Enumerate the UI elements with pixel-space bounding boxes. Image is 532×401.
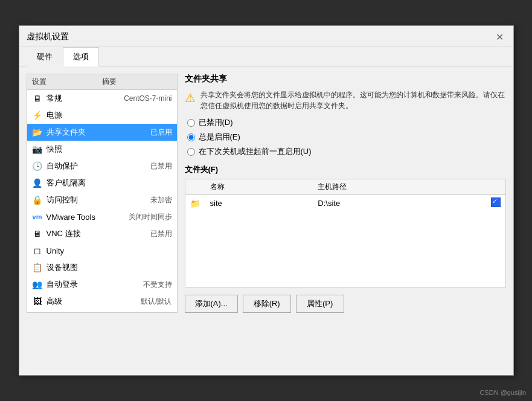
settings-item-power[interactable]: ⚡ 电源 [27, 107, 177, 124]
tab-options[interactable]: 选项 [63, 47, 99, 66]
general-summary: CentOS-7-mini [124, 94, 171, 103]
radio-always-enabled[interactable]: 总是启用(E) [187, 132, 506, 143]
settings-item-autoprotect[interactable]: 🕒 自动保护 已禁用 [27, 158, 177, 175]
general-label: 常规 [46, 93, 121, 104]
vmware-tools-summary: 关闭时间同步 [129, 212, 172, 222]
autoprotect-label: 自动保护 [46, 161, 147, 172]
table-row[interactable]: 📁 site D:\site [185, 195, 505, 212]
radio-disabled-label: 已禁用(D) [199, 117, 233, 128]
settings-list-panel: 设置 摘要 🖥 常规 CentOS-7-mini ⚡ 电源 📂 [27, 74, 178, 313]
folder-small-icon: 📁 [190, 199, 200, 208]
properties-button[interactable]: 属性(P) [296, 295, 344, 313]
advanced-icon: 🖼 [32, 296, 43, 307]
advanced-summary: 默认/默认 [141, 297, 171, 307]
folder-table-wrapper[interactable]: 名称 主机路径 📁 site D:\site [185, 179, 506, 287]
access-control-icon: 🔒 [32, 194, 43, 205]
radio-always-enabled-input[interactable] [187, 133, 195, 141]
access-control-label: 访问控制 [46, 194, 147, 205]
settings-item-access-control[interactable]: 🔒 访问控制 未加密 [27, 191, 177, 208]
settings-item-device-view[interactable]: 📋 设备视图 [27, 259, 177, 276]
vnc-summary: 已禁用 [150, 229, 172, 239]
action-buttons: 添加(A)... 移除(R) 属性(P) [185, 295, 506, 313]
folder-row-name: site [205, 195, 313, 212]
settings-list-header: 设置 摘要 [27, 74, 177, 90]
shared-folder-summary: 已启用 [150, 127, 172, 138]
tabs-bar: 硬件 选项 [19, 47, 513, 66]
isolation-icon: 👤 [32, 178, 43, 188]
autologin-label: 自动登录 [46, 279, 139, 290]
autoprotect-summary: 已禁用 [150, 161, 172, 172]
radio-disabled[interactable]: 已禁用(D) [187, 117, 506, 128]
radio-group: 已禁用(D) 总是启用(E) 在下次关机或挂起前一直启用(U) [187, 117, 506, 157]
power-icon: ⚡ [32, 110, 43, 121]
autoprotect-icon: 🕒 [32, 161, 43, 172]
vmware-tools-label: VMware Tools [46, 213, 125, 222]
shared-folder-icon: 📂 [32, 127, 43, 138]
unity-label: Unity [46, 246, 168, 255]
isolation-label: 客户机隔离 [46, 178, 168, 188]
warning-box: ⚠ 共享文件夹会将您的文件显示给虚拟机中的程序。这可能为您的计算机和数据带来风险… [185, 89, 506, 111]
col-settings: 设置 [32, 77, 102, 87]
warning-icon: ⚠ [185, 91, 196, 105]
folder-section-title: 文件夹(F) [185, 164, 506, 175]
device-view-icon: 📋 [32, 262, 43, 273]
settings-item-unity[interactable]: ◻ Unity [27, 242, 177, 259]
remove-button[interactable]: 移除(R) [243, 295, 291, 313]
col-path-header: 主机路径 [313, 179, 486, 195]
access-control-summary: 未加密 [150, 195, 172, 205]
col-name-header: 名称 [205, 179, 313, 195]
settings-item-isolation[interactable]: 👤 客户机隔离 [27, 175, 177, 191]
snapshot-label: 快照 [46, 144, 168, 155]
vnc-icon: 🖥 [32, 228, 43, 239]
general-icon: 🖥 [32, 93, 43, 104]
add-button[interactable]: 添加(A)... [185, 295, 238, 313]
warning-text: 共享文件夹会将您的文件显示给虚拟机中的程序。这可能为您的计算机和数据带来风险。请… [200, 89, 506, 111]
col-icon-header [185, 179, 205, 195]
folder-section: 文件夹(F) 名称 主机路径 [185, 164, 506, 287]
radio-until-shutdown-input[interactable] [187, 148, 195, 156]
folder-row-path: D:\site [313, 195, 486, 212]
watermark: CSDN @gusijin [479, 389, 526, 396]
folder-row-check[interactable] [486, 195, 505, 212]
shared-folder-section: 文件夹共享 ⚠ 共享文件夹会将您的文件显示给虚拟机中的程序。这可能为您的计算机和… [185, 74, 506, 157]
vm-settings-dialog: 虚拟机设置 ✕ 硬件 选项 设置 摘要 🖥 常规 CentOS-7-mini [19, 25, 514, 376]
settings-item-shared-folders[interactable]: 📂 共享文件夹 已启用 [27, 124, 177, 141]
settings-item-vnc[interactable]: 🖥 VNC 连接 已禁用 [27, 225, 177, 242]
radio-disabled-input[interactable] [187, 119, 195, 127]
settings-items: 🖥 常规 CentOS-7-mini ⚡ 电源 📂 共享文件夹 已启用 [27, 90, 177, 310]
unity-icon: ◻ [32, 245, 43, 256]
device-view-label: 设备视图 [46, 262, 168, 273]
autologin-icon: 👥 [32, 279, 43, 290]
settings-item-advanced[interactable]: 🖼 高级 默认/默认 [27, 293, 177, 310]
settings-item-vmware-tools[interactable]: vm VMware Tools 关闭时间同步 [27, 208, 177, 225]
advanced-label: 高级 [46, 296, 138, 307]
close-button[interactable]: ✕ [494, 31, 506, 43]
dialog-title: 虚拟机设置 [27, 31, 69, 42]
settings-item-autologin[interactable]: 👥 自动登录 不受支持 [27, 276, 177, 293]
title-bar: 虚拟机设置 ✕ [19, 26, 513, 47]
autologin-summary: 不受支持 [143, 280, 172, 290]
col-check-header [486, 179, 505, 195]
folder-check-icon[interactable] [491, 197, 501, 207]
folder-row-icon: 📁 [185, 195, 205, 212]
folder-table: 名称 主机路径 📁 site D:\site [185, 179, 505, 211]
tab-hardware[interactable]: 硬件 [27, 47, 63, 66]
shared-folder-label: 共享文件夹 [46, 127, 147, 138]
vmware-tools-icon: vm [32, 211, 43, 222]
radio-until-shutdown[interactable]: 在下次关机或挂起前一直启用(U) [187, 146, 506, 157]
radio-always-enabled-label: 总是启用(E) [199, 132, 240, 143]
radio-until-shutdown-label: 在下次关机或挂起前一直启用(U) [199, 146, 312, 157]
col-summary: 摘要 [102, 77, 172, 87]
vnc-label: VNC 连接 [46, 228, 147, 239]
settings-item-snapshot[interactable]: 📷 快照 [27, 141, 177, 158]
section-title: 文件夹共享 [185, 74, 506, 85]
dialog-content: 设置 摘要 🖥 常规 CentOS-7-mini ⚡ 电源 📂 [19, 66, 513, 320]
snapshot-icon: 📷 [32, 144, 43, 155]
right-panel: 文件夹共享 ⚠ 共享文件夹会将您的文件显示给虚拟机中的程序。这可能为您的计算机和… [185, 74, 506, 313]
power-label: 电源 [46, 110, 168, 121]
settings-item-general[interactable]: 🖥 常规 CentOS-7-mini [27, 90, 177, 107]
